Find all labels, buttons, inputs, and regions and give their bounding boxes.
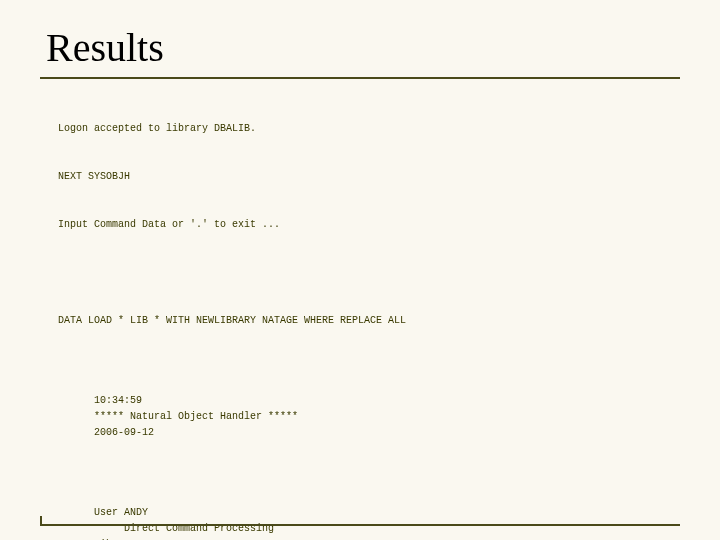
timestamp: 10:34:59 bbox=[94, 393, 284, 409]
slide: Results Logon accepted to library DBALIB… bbox=[0, 0, 720, 540]
log-line: Logon accepted to library DBALIB. bbox=[58, 121, 680, 137]
date: 2006-09-12 bbox=[94, 425, 244, 441]
header-row: User ANDY Direct Command Processing Libr… bbox=[58, 489, 680, 540]
terminal-output: Logon accepted to library DBALIB. NEXT S… bbox=[40, 89, 680, 540]
footer-rule bbox=[40, 524, 680, 526]
title-block: Results bbox=[40, 24, 680, 79]
header-row: 10:34:59 ***** Natural Object Handler **… bbox=[58, 377, 680, 457]
page-title: Results bbox=[46, 24, 680, 71]
user-label: User ANDY bbox=[94, 505, 284, 521]
log-line: Input Command Data or '.' to exit ... bbox=[58, 217, 680, 233]
blank-line bbox=[58, 265, 680, 281]
log-line: NEXT SYSOBJH bbox=[58, 169, 680, 185]
log-line: DATA LOAD * LIB * WITH NEWLIBRARY NATAGE… bbox=[58, 313, 680, 329]
banner: ***** Natural Object Handler ***** bbox=[94, 409, 334, 425]
